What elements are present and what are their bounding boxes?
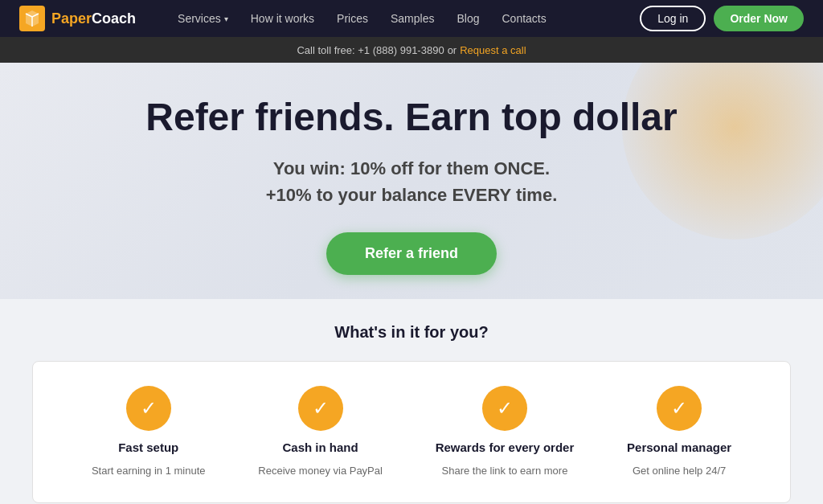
nav-item-contacts[interactable]: Contacts — [493, 0, 556, 37]
refer-friend-button[interactable]: Refer a friend — [326, 232, 497, 275]
hero-subtitle: You win: 10% off for them ONCE. +10% to … — [0, 155, 823, 208]
hero-bg-decoration — [622, 63, 823, 240]
nav-links: Services ▾ How it works Prices Samples B… — [168, 0, 640, 37]
hero-heading: Refer friends. Earn top dollar — [0, 95, 823, 139]
feature-personal-manager: ✓ Personal manager Get online help 24/7 — [627, 386, 731, 478]
nav-item-prices[interactable]: Prices — [327, 0, 378, 37]
cash-in-hand-title: Cash in hand — [283, 440, 358, 454]
feature-rewards: ✓ Rewards for every order Share the link… — [436, 386, 575, 478]
logo-icon — [19, 6, 45, 31]
personal-manager-icon: ✓ — [657, 386, 702, 431]
features-card: ✓ Fast setup Start earning in 1 minute ✓… — [32, 361, 791, 503]
request-call-link[interactable]: Request a call — [460, 44, 526, 56]
rewards-title: Rewards for every order — [436, 440, 575, 454]
rewards-icon: ✓ — [482, 386, 527, 431]
order-now-button[interactable]: Order Now — [714, 6, 804, 31]
announcement-bar: Call toll free: +1 (888) 991-3890 or Req… — [0, 37, 823, 63]
nav-item-samples[interactable]: Samples — [381, 0, 444, 37]
nav-actions: Log in Order Now — [640, 6, 804, 31]
fast-setup-icon: ✓ — [126, 386, 171, 431]
cash-in-hand-icon: ✓ — [298, 386, 343, 431]
chevron-down-icon: ▾ — [224, 14, 228, 23]
nav-item-services[interactable]: Services ▾ — [168, 0, 238, 37]
cash-in-hand-desc: Receive money via PayPal — [258, 464, 383, 478]
fast-setup-title: Fast setup — [118, 440, 178, 454]
announcement-separator: or — [448, 44, 457, 56]
personal-manager-desc: Get online help 24/7 — [633, 464, 726, 478]
hero-section: Refer friends. Earn top dollar You win: … — [0, 63, 823, 299]
logo[interactable]: PaperCoach — [19, 6, 136, 31]
personal-manager-title: Personal manager — [627, 440, 731, 454]
nav-item-blog[interactable]: Blog — [447, 0, 489, 37]
login-button[interactable]: Log in — [640, 6, 706, 31]
rewards-desc: Share the link to earn more — [442, 464, 568, 478]
whats-in-it-section: What's in it for you? ✓ Fast setup Start… — [0, 299, 823, 504]
feature-cash-in-hand: ✓ Cash in hand Receive money via PayPal — [258, 386, 383, 478]
logo-text: PaperCoach — [51, 10, 136, 27]
phone-number: Call toll free: +1 (888) 991-3890 — [297, 44, 444, 56]
fast-setup-desc: Start earning in 1 minute — [92, 464, 206, 478]
navbar: PaperCoach Services ▾ How it works Price… — [0, 0, 823, 37]
whats-in-it-heading: What's in it for you? — [0, 323, 823, 342]
nav-item-how-it-works[interactable]: How it works — [241, 0, 324, 37]
feature-fast-setup: ✓ Fast setup Start earning in 1 minute — [92, 386, 206, 478]
